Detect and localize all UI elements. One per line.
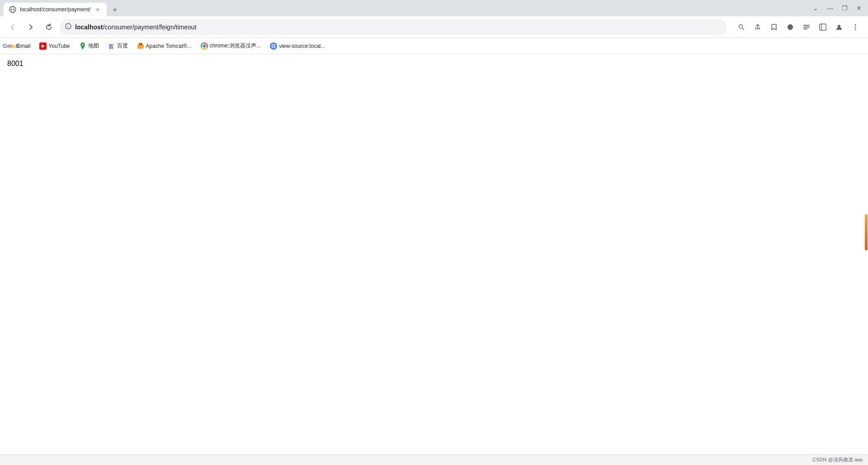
youtube-label: YouTube: [48, 43, 70, 49]
maps-label: 地图: [88, 42, 99, 50]
status-text: CSDN @清风微凛 aaa: [812, 456, 863, 463]
tab-search-button[interactable]: [799, 20, 814, 34]
profile-button[interactable]: [832, 20, 846, 34]
bookmark-baidu[interactable]: 百 百度: [104, 40, 132, 52]
page-content: 8001: [0, 54, 868, 454]
share-button[interactable]: [750, 20, 765, 34]
sidebar-button[interactable]: [816, 20, 830, 34]
chrome-ext-icon: [201, 42, 208, 50]
tab-close-button[interactable]: ✕: [94, 6, 101, 13]
svg-text:百: 百: [108, 44, 114, 49]
back-button[interactable]: [5, 20, 20, 34]
baidu-icon: 百: [108, 42, 115, 50]
bookmarks-bar: Gmail Gmail YouTube 地图 百: [0, 38, 868, 54]
browser-window: localhost/consumer/payment/ ✕ + ⌄ — ❐ ✕: [0, 0, 868, 465]
tab-title: localhost/consumer/payment/: [20, 6, 90, 13]
bookmark-maps[interactable]: 地图: [75, 40, 103, 52]
svg-rect-8: [803, 27, 810, 28]
close-button[interactable]: ✕: [854, 3, 864, 14]
tomcat-icon: [137, 42, 144, 50]
svg-rect-7: [803, 25, 810, 26]
nav-actions: [734, 20, 863, 34]
extensions-button[interactable]: [783, 20, 797, 34]
svg-rect-10: [820, 24, 826, 30]
svg-line-6: [742, 28, 744, 30]
bookmark-tomcat[interactable]: Apache Tomcat®...: [133, 41, 195, 52]
tomcat-label: Apache Tomcat®...: [146, 43, 192, 49]
zoom-button[interactable]: [734, 20, 749, 34]
bookmark-gmail[interactable]: Gmail Gmail: [4, 41, 34, 52]
title-bar: localhost/consumer/payment/ ✕ + ⌄ — ❐ ✕: [0, 0, 868, 16]
bookmark-view-source[interactable]: view-source:local...: [266, 41, 329, 52]
info-icon: i: [65, 23, 71, 31]
page-text: 8001: [7, 60, 24, 67]
baidu-label: 百度: [117, 42, 128, 50]
bookmark-chrome-ext[interactable]: chrome:浏览器没声...: [197, 40, 264, 52]
chrome-ext-label: chrome:浏览器没声...: [210, 42, 261, 50]
address-bar-container: i localhost/consumer/payment/feign/timeo…: [60, 19, 727, 35]
chevron-button[interactable]: ⌄: [810, 3, 821, 14]
maximize-button[interactable]: ❐: [839, 3, 850, 14]
status-right: CSDN @清风微凛 aaa: [812, 456, 863, 463]
active-tab[interactable]: localhost/consumer/payment/ ✕: [4, 3, 107, 16]
address-bold: localhost: [75, 23, 103, 31]
gmail-icon: Gmail: [7, 42, 14, 50]
reload-button[interactable]: [42, 20, 56, 34]
svg-text:i: i: [68, 24, 69, 29]
view-source-label: view-source:local...: [279, 43, 325, 49]
svg-rect-18: [139, 43, 142, 45]
gmail-label: Gmail: [16, 43, 30, 49]
youtube-icon: [39, 42, 47, 50]
scrollbar-thumb[interactable]: [865, 214, 868, 250]
address-path: /consumer/payment/feign/timeout: [103, 23, 196, 31]
bookmark-youtube[interactable]: YouTube: [36, 41, 73, 52]
address-text: localhost/consumer/payment/feign/timeout: [75, 23, 722, 31]
menu-button[interactable]: [848, 20, 863, 34]
svg-point-15: [855, 28, 856, 30]
svg-point-5: [739, 24, 743, 28]
status-bar: CSDN @清风微凛 aaa: [0, 454, 868, 465]
nav-bar: i localhost/consumer/payment/feign/timeo…: [0, 16, 868, 38]
view-source-icon: [270, 42, 277, 50]
bookmark-button[interactable]: [767, 20, 781, 34]
svg-rect-9: [803, 28, 807, 29]
svg-point-14: [855, 26, 856, 28]
window-controls: ⌄ — ❐ ✕: [810, 3, 864, 14]
address-bar[interactable]: i localhost/consumer/payment/feign/timeo…: [60, 19, 727, 35]
minimize-button[interactable]: —: [825, 3, 835, 14]
tab-strip: localhost/consumer/payment/ ✕ +: [4, 0, 810, 16]
scrollbar-track[interactable]: [864, 54, 868, 454]
new-tab-button[interactable]: +: [108, 4, 121, 16]
tab-favicon: [9, 6, 16, 13]
forward-button[interactable]: [24, 20, 38, 34]
svg-point-13: [855, 24, 856, 25]
maps-icon: [79, 42, 86, 50]
